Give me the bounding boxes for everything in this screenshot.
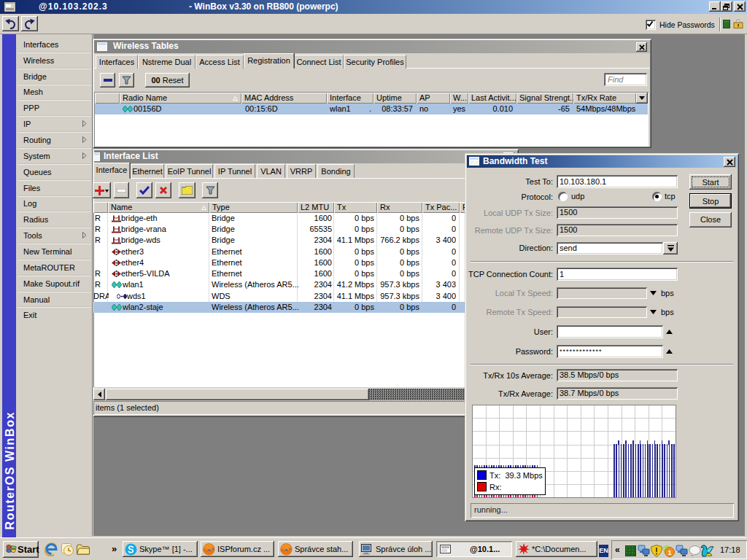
svg-text:1: 1 xyxy=(667,549,671,556)
